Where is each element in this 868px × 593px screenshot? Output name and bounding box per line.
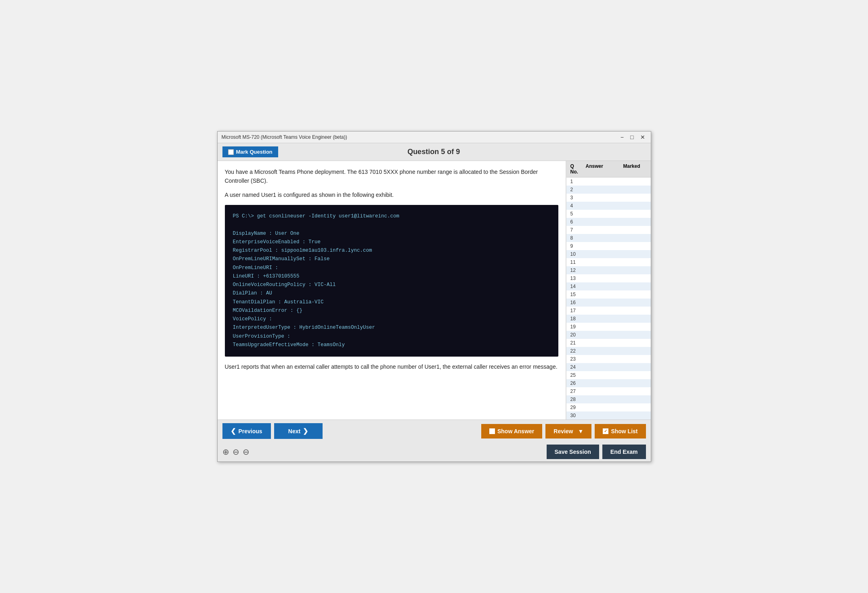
code-exhibit: PS C:\> get csonlineuser -Identity user1… (225, 205, 558, 357)
code-field-mcoval: MCOVaildationError : {} (233, 307, 550, 315)
list-item[interactable]: 4 (566, 202, 651, 210)
code-field-upt: UserProvisionType : (233, 332, 550, 341)
review-label: Review (554, 428, 573, 434)
code-fields: DisplayName : User One EnterpriseVoiceEn… (233, 230, 550, 350)
window-title: Microsoft MS-720 (Microsoft Teams Voice … (222, 134, 347, 140)
code-field-ovrp: OnlineVoiceRoutingPolicy : VIC-All (233, 281, 550, 289)
list-item[interactable]: 11 (566, 258, 651, 266)
chevron-right-icon: ❯ (303, 427, 308, 435)
sidebar-header: Q No. Answer Marked (566, 161, 651, 177)
code-field-dialplan: DialPlan : AU (233, 289, 550, 298)
list-item[interactable]: 26 (566, 379, 651, 387)
sidebar-header-marked: Marked (623, 163, 644, 175)
show-list-button[interactable]: ✓ Show List (595, 424, 646, 438)
previous-button[interactable]: ❮ Previous (222, 423, 271, 439)
zoom-in-button[interactable]: ⊕ (222, 447, 229, 457)
show-answer-button[interactable]: ☐ Show Answer (481, 424, 542, 438)
code-field-displayname: DisplayName : User One (233, 230, 550, 238)
bottom-bar-row1: ❮ Previous Next ❯ ☐ Show Answer Review ▼… (218, 420, 651, 442)
previous-label: Previous (238, 428, 262, 434)
list-item[interactable]: 6 (566, 218, 651, 226)
question-paragraph-3: User1 reports that when an external call… (225, 362, 558, 371)
main-area: You have a Microsoft Teams Phone deploym… (218, 161, 651, 420)
list-item[interactable]: 27 (566, 387, 651, 395)
sidebar-header-qno: Q No. (568, 163, 583, 175)
question-title: Question 5 of 9 (278, 148, 589, 156)
window-controls: − □ ✕ (619, 134, 647, 140)
sidebar-scroll-area[interactable]: 1 2 3 4 5 6 7 8 9 10 11 12 13 14 15 16 1… (566, 177, 651, 420)
title-bar: Microsoft MS-720 (Microsoft Teams Voice … (218, 132, 651, 143)
zoom-out-button[interactable]: ⊖ (243, 447, 249, 457)
list-item[interactable]: 18 (566, 315, 651, 323)
code-field-voicepolicy: VoicePolicy : (233, 315, 550, 324)
list-item[interactable]: 15 (566, 290, 651, 299)
zoom-controls: ⊕ ⊖ ⊖ (222, 447, 249, 457)
list-item[interactable]: 13 (566, 274, 651, 282)
chevron-left-icon: ❮ (231, 427, 236, 435)
code-field-tuem: TeamsUpgradeEffectiveMode : TeamsOnly (233, 341, 550, 349)
code-field-eve: EnterpriseVoiceEnabled : True (233, 238, 550, 246)
toolbar: Mark Question Question 5 of 9 (218, 143, 651, 161)
save-session-button[interactable]: Save Session (547, 445, 599, 459)
list-item[interactable]: 22 (566, 347, 651, 355)
mark-question-label: Mark Question (236, 149, 273, 155)
list-item[interactable]: 3 (566, 194, 651, 202)
code-field-onpremuri: OnPremLineURI : (233, 264, 550, 272)
list-item[interactable]: 17 (566, 307, 651, 315)
code-line-1: PS C:\> get csonlineuser -Identity user1… (233, 212, 550, 221)
next-button[interactable]: Next ❯ (274, 423, 323, 439)
list-item[interactable]: 21 (566, 339, 651, 347)
list-item[interactable]: 19 (566, 323, 651, 331)
list-item[interactable]: 1 (566, 177, 651, 186)
code-field-rp: RegistrarPool : sippoolme1au103.infra.ly… (233, 246, 550, 255)
list-item[interactable]: 24 (566, 363, 651, 371)
mark-question-button[interactable]: Mark Question (222, 146, 278, 157)
list-item[interactable]: 2 (566, 186, 651, 194)
show-answer-checkbox-icon: ☐ (489, 428, 495, 434)
question-panel: You have a Microsoft Teams Phone deploym… (218, 161, 566, 420)
sidebar-header-answer: Answer (583, 163, 623, 175)
list-item[interactable]: 16 (566, 299, 651, 307)
bottom-bar-row2: ⊕ ⊖ ⊖ Save Session End Exam (218, 442, 651, 461)
list-item[interactable]: 28 (566, 395, 651, 403)
minimize-button[interactable]: − (619, 134, 625, 140)
list-item[interactable]: 29 (566, 403, 651, 411)
code-field-tenantdialplan: TenantDialPlan : Australia-VIC (233, 298, 550, 307)
list-item[interactable]: 10 (566, 250, 651, 258)
list-item[interactable]: 8 (566, 234, 651, 242)
list-item[interactable]: 9 (566, 242, 651, 250)
list-item[interactable]: 23 (566, 355, 651, 363)
code-field-iut: InterpretedUserType : HybridOnlineTeamsO… (233, 324, 550, 332)
show-list-checkbox-icon: ✓ (603, 428, 608, 434)
end-exam-button[interactable]: End Exam (602, 445, 646, 459)
bottom-right-actions: ☐ Show Answer Review ▼ ✓ Show List (481, 424, 646, 438)
show-list-label: Show List (611, 428, 637, 434)
list-item[interactable]: 30 (566, 411, 651, 420)
review-button[interactable]: Review ▼ (545, 424, 591, 438)
list-item[interactable]: 25 (566, 371, 651, 379)
code-field-lineuri: LineURI : +61370105555 (233, 272, 550, 281)
show-answer-label: Show Answer (497, 428, 534, 434)
code-field-onpremset: OnPremLineURIManuallySet : False (233, 255, 550, 263)
main-window: Microsoft MS-720 (Microsoft Teams Voice … (217, 131, 651, 462)
list-item[interactable]: 12 (566, 266, 651, 274)
question-list-sidebar: Q No. Answer Marked 1 2 3 4 5 6 7 8 9 10… (566, 161, 651, 420)
review-dropdown-icon: ▼ (578, 428, 584, 434)
list-item[interactable]: 14 (566, 282, 651, 290)
question-paragraph-2: A user named User1 is configured as show… (225, 190, 558, 199)
zoom-reset-button[interactable]: ⊖ (233, 447, 239, 457)
close-button[interactable]: ✕ (639, 134, 647, 140)
question-paragraph-1: You have a Microsoft Teams Phone deploym… (225, 167, 558, 186)
list-item[interactable]: 7 (566, 226, 651, 234)
next-label: Next (288, 428, 300, 434)
list-item[interactable]: 5 (566, 210, 651, 218)
maximize-button[interactable]: □ (629, 134, 635, 140)
list-item[interactable]: 20 (566, 331, 651, 339)
mark-checkbox-icon (228, 149, 234, 155)
